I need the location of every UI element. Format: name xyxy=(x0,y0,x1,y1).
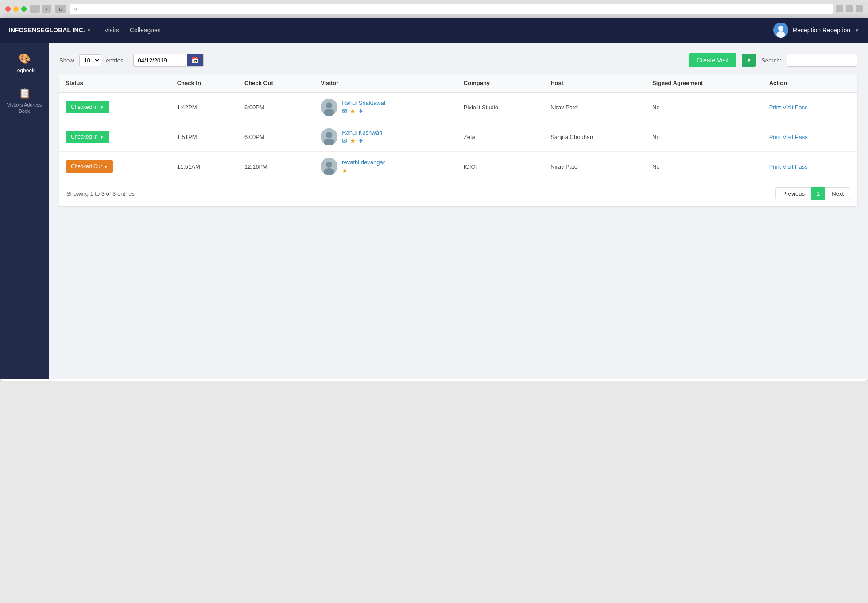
col-host: Host xyxy=(544,74,646,92)
browser-action-2[interactable] xyxy=(846,5,853,12)
signed-agreement-cell-0: No xyxy=(646,92,763,122)
visitor-star-icon-0[interactable]: ★ xyxy=(350,108,356,115)
traffic-light-green[interactable] xyxy=(21,6,27,12)
next-button[interactable]: Next xyxy=(825,187,850,200)
checkin-cell-0: 1:42PM xyxy=(171,92,238,122)
browser-action-3[interactable] xyxy=(856,5,863,12)
avatar xyxy=(773,23,788,38)
create-visit-button[interactable]: Create Visit xyxy=(689,53,736,67)
visitor-avatar-0 xyxy=(321,99,337,116)
logbook-icon: 🎨 xyxy=(19,53,31,65)
status-cell-0: Checked In ▼ xyxy=(59,92,171,122)
user-area[interactable]: Reception Reception ▼ xyxy=(773,23,859,38)
host-cell-2: Nirav Patel xyxy=(544,152,646,182)
signed-agreement-cell-1: No xyxy=(646,122,763,152)
status-button-1[interactable]: Checked In ▼ xyxy=(66,131,109,143)
sidebar: 🎨 Logbook 📋 Visitors Address Book xyxy=(0,43,49,379)
visitor-send-icon-0[interactable]: ✈ xyxy=(358,108,364,115)
nav-colleagues[interactable]: Colleagues xyxy=(130,19,161,42)
company-cell-1: Zeta xyxy=(457,122,544,152)
visitor-cell-0: Rahul Shaktawat✉★✈ xyxy=(314,92,457,122)
action-cell-2: Print Visit Pass xyxy=(763,152,857,182)
entries-select[interactable]: 10 25 50 xyxy=(79,54,101,66)
checkout-cell-2: 12:16PM xyxy=(238,152,314,182)
svg-point-10 xyxy=(326,162,332,168)
table-header-row: Status Check In Check Out Visitor Compan… xyxy=(59,74,857,92)
nav-links: Visits Colleagues xyxy=(105,19,161,42)
svg-point-2 xyxy=(776,31,785,38)
visitor-star-icon-2[interactable]: ★ xyxy=(342,167,348,174)
back-button[interactable]: ‹ xyxy=(30,5,40,13)
table-row: Checked In ▼1:51PM6:00PM Rahul Kushwah✉★… xyxy=(59,122,857,152)
action-cell-1: Print Visit Pass xyxy=(763,122,857,152)
search-label: Search: xyxy=(761,57,781,64)
page-number[interactable]: 1 xyxy=(811,187,825,200)
visitor-email-icon-1[interactable]: ✉ xyxy=(342,137,347,144)
address-book-icon: 📋 xyxy=(19,88,31,99)
col-checkout: Check Out xyxy=(238,74,314,92)
visitor-avatar-2 xyxy=(321,158,337,175)
host-cell-0: Nirav Patel xyxy=(544,92,646,122)
svg-point-1 xyxy=(778,26,783,31)
checkin-cell-2: 11:51AM xyxy=(171,152,238,182)
visits-table-container: Status Check In Check Out Visitor Compan… xyxy=(59,74,857,206)
col-action: Action xyxy=(763,74,857,92)
visitor-email-icon-0[interactable]: ✉ xyxy=(342,108,347,115)
visitor-star-icon-1[interactable]: ★ xyxy=(350,137,356,144)
traffic-light-yellow[interactable] xyxy=(13,6,19,12)
sidebar-item-logbook[interactable]: 🎨 Logbook xyxy=(0,47,49,80)
content-area: Show 10 25 50 entries 📅 Create Visit ▼ S… xyxy=(49,43,868,379)
sidebar-label-logbook: Logbook xyxy=(14,67,35,73)
col-signed-agreement: Signed Agreement xyxy=(646,74,763,92)
nav-visits[interactable]: Visits xyxy=(105,19,119,42)
checkout-cell-1: 6:00PM xyxy=(238,122,314,152)
address-bar[interactable]: ↻ xyxy=(70,4,833,14)
svg-point-7 xyxy=(326,132,332,138)
table-footer: Showing 1 to 3 of 3 entries Previous 1 N… xyxy=(59,181,857,206)
checkin-cell-1: 1:51PM xyxy=(171,122,238,152)
table-body: Checked In ▼1:42PM6:00PM Rahul Shaktawat… xyxy=(59,92,857,181)
print-visit-pass-link-1[interactable]: Print Visit Pass xyxy=(769,134,808,140)
col-status: Status xyxy=(59,74,171,92)
print-visit-pass-link-0[interactable]: Print Visit Pass xyxy=(769,104,808,111)
status-cell-1: Checked In ▼ xyxy=(59,122,171,152)
visitor-name-0[interactable]: Rahul Shaktawat xyxy=(342,100,385,106)
date-input[interactable] xyxy=(134,54,187,66)
print-visit-pass-link-2[interactable]: Print Visit Pass xyxy=(769,163,808,170)
traffic-light-red[interactable] xyxy=(5,6,11,12)
brand-logo[interactable]: INFOSENSEGLOBAL INC. ▼ xyxy=(9,27,91,34)
view-button[interactable]: ⊞ xyxy=(55,5,66,13)
company-cell-2: ICICI xyxy=(457,152,544,182)
visitor-avatar-1 xyxy=(321,128,337,145)
col-company: Company xyxy=(457,74,544,92)
visitor-send-icon-1[interactable]: ✈ xyxy=(358,137,364,144)
sidebar-label-address-book: Visitors Address Book xyxy=(4,102,45,115)
date-picker-wrap: 📅 xyxy=(133,54,204,67)
checkout-cell-0: 6:00PM xyxy=(238,92,314,122)
table-row: Checked Out ▼11:51AM12:16PM revathi deva… xyxy=(59,152,857,182)
col-checkin: Check In xyxy=(171,74,238,92)
user-name: Reception Reception xyxy=(793,27,850,34)
visitor-cell-1: Rahul Kushwah✉★✈ xyxy=(314,122,457,152)
user-chevron-icon: ▼ xyxy=(855,28,859,33)
forward-button[interactable]: › xyxy=(42,5,51,13)
toolbar: Show 10 25 50 entries 📅 Create Visit ▼ S… xyxy=(59,53,857,67)
previous-button[interactable]: Previous xyxy=(775,187,811,200)
browser-action-1[interactable] xyxy=(836,5,843,12)
action-cell-0: Print Visit Pass xyxy=(763,92,857,122)
svg-point-4 xyxy=(326,102,332,108)
signed-agreement-cell-2: No xyxy=(646,152,763,182)
pagination: Previous 1 Next xyxy=(775,187,850,200)
entries-label: entries xyxy=(106,57,124,64)
create-visit-dropdown-button[interactable]: ▼ xyxy=(742,54,756,67)
showing-entries-text: Showing 1 to 3 of 3 entries xyxy=(66,190,135,197)
show-label: Show xyxy=(59,57,74,64)
sidebar-item-visitors-address-book[interactable]: 📋 Visitors Address Book xyxy=(0,81,49,121)
status-button-0[interactable]: Checked In ▼ xyxy=(66,101,109,113)
visitor-name-2[interactable]: revathi devangar xyxy=(342,159,385,166)
status-button-2[interactable]: Checked Out ▼ xyxy=(66,160,113,173)
visitor-name-1[interactable]: Rahul Kushwah xyxy=(342,129,382,136)
search-input[interactable] xyxy=(787,54,857,67)
visitor-cell-2: revathi devangar★ xyxy=(314,152,457,182)
date-calendar-button[interactable]: 📅 xyxy=(187,54,203,66)
